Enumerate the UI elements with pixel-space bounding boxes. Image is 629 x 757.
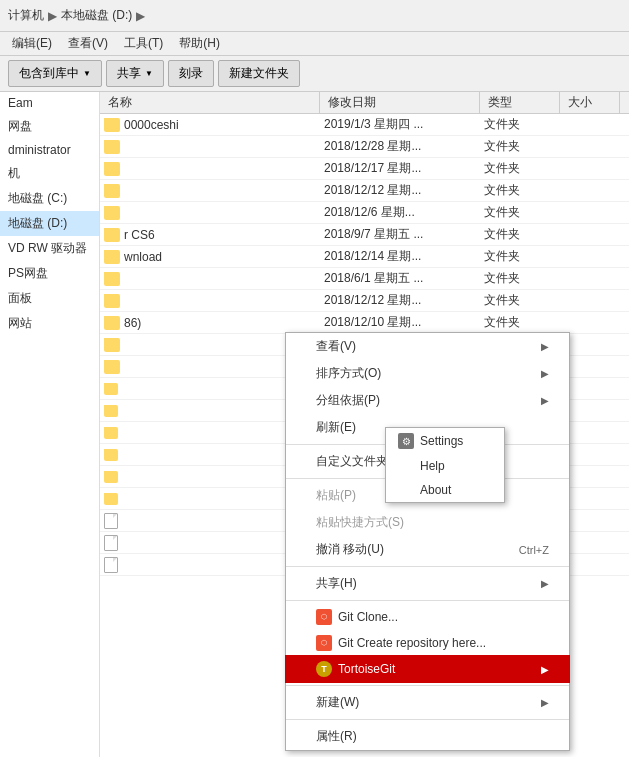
ctx-undo[interactable]: 撤消 移动(U) Ctrl+Z [286,536,569,563]
ctx-properties[interactable]: 属性(R) [286,723,569,750]
ctx-paste-shortcut[interactable]: 粘贴快捷方式(S) [286,509,569,536]
include-library-button[interactable]: 包含到库中 ▼ [8,60,102,87]
file-name: 0000ceshi [100,118,320,132]
submenu-arrow: ▶ [541,395,549,406]
sidebar-item-drive-d[interactable]: 地磁盘 (D:) [0,211,99,236]
ctx-sep5 [286,685,569,686]
table-row[interactable]: 2018/12/28 星期... 文件夹 [100,136,629,158]
file-name: wnload [100,250,320,264]
share-button[interactable]: 共享 ▼ [106,60,164,87]
col-header-size[interactable]: 大小 [560,92,620,113]
file-type: 文件夹 [480,116,560,133]
sidebar-item-dvd[interactable]: VD RW 驱动器 [0,236,99,261]
table-row[interactable]: 2018/12/6 星期... 文件夹 [100,202,629,224]
sidebar-item-netdisk[interactable]: 网盘 [0,114,99,139]
new-folder-button[interactable]: 新建文件夹 [218,60,300,87]
ctx-properties-label: 属性(R) [316,728,549,745]
burn-label: 刻录 [179,65,203,82]
ctx-git-create-label: Git Create repository here... [338,636,549,650]
submenu-arrow: ▶ [541,697,549,708]
sidebar-item-administrator[interactable]: dministrator [0,139,99,161]
submenu-settings-label: Settings [420,434,463,448]
share-label: 共享 [117,65,141,82]
file-date: 2018/9/7 星期五 ... [320,226,480,243]
file-date: 2018/12/12 星期... [320,182,480,199]
ctx-group[interactable]: 分组依据(P) ▶ [286,387,569,414]
context-menu: 查看(V) ▶ 排序方式(O) ▶ 分组依据(P) ▶ 刷新(E) 自定义文件夹… [285,332,570,751]
folder-icon [104,206,120,220]
ctx-view[interactable]: 查看(V) ▶ [286,333,569,360]
toolbar: 包含到库中 ▼ 共享 ▼ 刻录 新建文件夹 [0,56,629,92]
sidebar-item-panel[interactable]: 面板 [0,286,99,311]
sidebar-item-machine[interactable]: 机 [0,161,99,186]
menu-edit[interactable]: 编辑(E) [4,33,60,54]
folder-icon [104,471,118,483]
menu-view[interactable]: 查看(V) [60,33,116,54]
file-date: 2018/12/14 星期... [320,248,480,265]
table-row[interactable]: r CS6 2018/9/7 星期五 ... 文件夹 [100,224,629,246]
submenu-about[interactable]: About [386,478,504,502]
ctx-git-clone[interactable]: ⬡ Git Clone... [286,604,569,630]
ctx-tortoisegit[interactable]: T TortoiseGit ▶ [286,656,569,682]
table-row[interactable]: 2018/12/12 星期... 文件夹 [100,180,629,202]
submenu-settings[interactable]: ⚙ Settings [386,428,504,454]
col-header-date[interactable]: 修改日期 [320,92,480,113]
burn-button[interactable]: 刻录 [168,60,214,87]
file-date: 2018/12/6 星期... [320,204,480,221]
ctx-git-create[interactable]: ⬡ Git Create repository here... [286,630,569,656]
file-type: 文件夹 [480,138,560,155]
sidebar-item-wps[interactable]: PS网盘 [0,261,99,286]
table-row[interactable]: wnload 2018/12/14 星期... 文件夹 [100,246,629,268]
ctx-sort[interactable]: 排序方式(O) ▶ [286,360,569,387]
table-row[interactable]: 2018/12/17 星期... 文件夹 [100,158,629,180]
file-name [100,272,320,286]
table-row[interactable]: 0000ceshi 2019/1/3 星期四 ... 文件夹 [100,114,629,136]
file-name [100,162,320,176]
ctx-new-label: 新建(W) [316,694,541,711]
folder-icon [104,449,118,461]
breadcrumb-sep2: ▶ [136,9,145,23]
folder-icon [104,250,120,264]
main-area: Eam 网盘 dministrator 机 地磁盘 (C:) 地磁盘 (D:) … [0,92,629,757]
submenu-arrow: ▶ [541,664,549,675]
col-header-name[interactable]: 名称 [100,92,320,113]
file-type: 文件夹 [480,292,560,309]
table-row[interactable]: 2018/12/12 星期... 文件夹 [100,290,629,312]
file-type: 文件夹 [480,314,560,331]
sidebar: Eam 网盘 dministrator 机 地磁盘 (C:) 地磁盘 (D:) … [0,92,100,757]
sidebar-item-website[interactable]: 网站 [0,311,99,336]
ctx-sort-label: 排序方式(O) [316,365,541,382]
file-name [100,184,320,198]
submenu-arrow: ▶ [541,368,549,379]
file-icon [104,535,118,551]
table-row[interactable]: 86) 2018/12/10 星期... 文件夹 [100,312,629,334]
menu-help[interactable]: 帮助(H) [171,33,228,54]
col-header-type[interactable]: 类型 [480,92,560,113]
sidebar-item-drive-c[interactable]: 地磁盘 (C:) [0,186,99,211]
file-icon [104,513,118,529]
ctx-git-clone-label: Git Clone... [338,610,549,624]
ctx-sep6 [286,719,569,720]
submenu-about-label: About [398,483,451,497]
sidebar-item-eam[interactable]: Eam [0,92,99,114]
title-bar: 计算机 ▶ 本地磁盘 (D:) ▶ [0,0,629,32]
ctx-undo-label: 撤消 移动(U) [316,541,519,558]
table-row[interactable]: 2018/6/1 星期五 ... 文件夹 [100,268,629,290]
ctx-group-label: 分组依据(P) [316,392,541,409]
git-clone-icon: ⬡ [316,609,332,625]
ctx-share[interactable]: 共享(H) ▶ [286,570,569,597]
settings-icon: ⚙ [398,433,414,449]
include-library-label: 包含到库中 [19,65,79,82]
submenu-help[interactable]: Help [386,454,504,478]
dropdown-arrow: ▼ [83,69,91,78]
menu-tools[interactable]: 工具(T) [116,33,171,54]
file-name [100,206,320,220]
file-date: 2018/6/1 星期五 ... [320,270,480,287]
submenu-arrow: ▶ [541,341,549,352]
file-type: 文件夹 [480,182,560,199]
ctx-undo-shortcut: Ctrl+Z [519,544,549,556]
file-name: r CS6 [100,228,320,242]
ctx-new[interactable]: 新建(W) ▶ [286,689,569,716]
file-date: 2018/12/10 星期... [320,314,480,331]
folder-icon [104,140,120,154]
